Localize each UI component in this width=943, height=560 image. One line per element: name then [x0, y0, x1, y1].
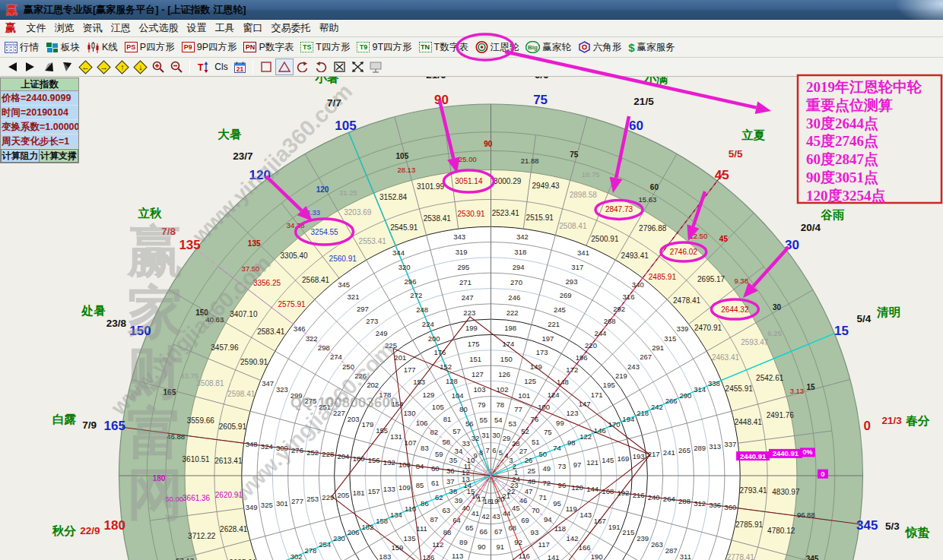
- svg-text:34: 34: [455, 447, 463, 455]
- menu-item-2[interactable]: 资讯: [78, 20, 106, 36]
- svg-text:120: 120: [571, 483, 583, 492]
- drawing-toolbar: ←→↑↓TCls21: [0, 58, 943, 77]
- svg-text:223: 223: [463, 308, 475, 317]
- svg-text:292: 292: [613, 305, 625, 313]
- toolbar-button-service[interactable]: $赢家服务: [628, 41, 675, 54]
- nav-next-button[interactable]: [21, 59, 40, 75]
- triangle-tool-button[interactable]: [275, 59, 294, 75]
- svg-text:200: 200: [428, 334, 440, 343]
- toolbar-button-hexagon[interactable]: 六角形: [578, 41, 622, 54]
- menu-item-4[interactable]: 公式选股: [135, 20, 183, 36]
- instrument-info-panel: 上证指数 价格=2440.9099 时间=20190104 变换系数=1.000…: [0, 78, 79, 163]
- svg-text:274: 274: [330, 353, 342, 361]
- calc-support-button[interactable]: 计算支撑: [40, 149, 78, 163]
- shift-left-button[interactable]: ←: [76, 59, 94, 75]
- svg-text:120: 120: [316, 185, 329, 194]
- cls-button-button[interactable]: Cls: [212, 59, 230, 75]
- svg-text:79: 79: [478, 400, 486, 409]
- svg-text:2440.91: 2440.91: [740, 452, 767, 460]
- svg-text:287: 287: [665, 546, 678, 555]
- svg-text:172: 172: [566, 365, 578, 374]
- rotate-left-tri-button[interactable]: [40, 59, 58, 75]
- nav-prev-button[interactable]: [3, 59, 21, 75]
- svg-text:119: 119: [566, 505, 577, 513]
- svg-text:146: 146: [594, 426, 606, 435]
- menu-item-6[interactable]: 工具: [211, 20, 239, 36]
- zoom-out-button[interactable]: [167, 59, 186, 75]
- menu-item-1[interactable]: 浏览: [50, 20, 78, 36]
- svg-text:29: 29: [503, 434, 511, 442]
- toolbar-button-p-table[interactable]: PNP数字表: [243, 41, 294, 54]
- toolbar-button-t-square[interactable]: TST四方形: [300, 41, 350, 54]
- menu-bar: 赢 文件浏览资讯江恩公式选股设置工具窗口交易委托帮助: [0, 20, 943, 37]
- toolbar-button-p-square[interactable]: PSP四方形: [125, 41, 175, 54]
- svg-text:3508.81: 3508.81: [196, 379, 224, 388]
- svg-text:130: 130: [404, 409, 416, 417]
- toolbar-button-gann-wheel[interactable]: 江恩轮: [475, 41, 519, 54]
- svg-text:80: 80: [459, 405, 468, 413]
- svg-text:35: 35: [449, 456, 458, 464]
- pn-badge-icon: PN: [243, 42, 256, 52]
- svg-text:106: 106: [416, 419, 428, 427]
- svg-text:337: 337: [724, 440, 736, 448]
- svg-text:167: 167: [594, 517, 606, 525]
- rotate-right-tri-button[interactable]: [58, 59, 76, 75]
- svg-text:2793.41: 2793.41: [740, 486, 768, 495]
- toolbar-button-t-table[interactable]: TNT数字表: [419, 41, 468, 54]
- box-x-button[interactable]: [330, 59, 348, 75]
- svg-text:86: 86: [421, 499, 429, 508]
- svg-text:165: 165: [104, 419, 125, 433]
- svg-text:2478.41: 2478.41: [673, 296, 701, 305]
- shift-down-button[interactable]: ↓: [131, 59, 149, 75]
- triangle-tool-icon: [278, 62, 291, 72]
- svg-text:小满: 小满: [644, 77, 669, 85]
- svg-text:44: 44: [503, 509, 511, 517]
- arc-ccw-button[interactable]: [294, 59, 312, 75]
- svg-text:6.25: 6.25: [767, 329, 782, 337]
- svg-text:109: 109: [398, 483, 411, 492]
- zoom-in-button[interactable]: [149, 59, 167, 75]
- svg-text:2949.43: 2949.43: [532, 182, 560, 190]
- toolbar-button-9p-square[interactable]: P99P四方形: [182, 41, 237, 54]
- toolbar-separator: [189, 60, 190, 74]
- menu-item-9[interactable]: 帮助: [315, 20, 343, 36]
- projector-button[interactable]: [367, 59, 385, 75]
- svg-text:148: 148: [557, 378, 569, 386]
- menu-item-3[interactable]: 江恩: [106, 20, 135, 36]
- arc-cw-button[interactable]: [312, 59, 330, 75]
- svg-text:立秋: 立秋: [138, 207, 163, 220]
- shift-right-button[interactable]: →: [94, 59, 113, 75]
- time-shift-button[interactable]: T: [194, 59, 212, 75]
- menu-item-5[interactable]: 设置: [183, 20, 211, 36]
- svg-text:23/8: 23/8: [106, 318, 127, 329]
- toolbar-button-quote[interactable]: 行情: [5, 41, 39, 54]
- svg-text:265: 265: [678, 446, 691, 454]
- menu-item-8[interactable]: 交易委托: [267, 20, 315, 36]
- menu-item-7[interactable]: 窗口: [239, 20, 267, 36]
- svg-text:93: 93: [531, 528, 539, 536]
- calendar-button[interactable]: 21: [230, 59, 249, 75]
- svg-text:QQ:1008003600: QQ:1008003600: [291, 394, 398, 410]
- svg-text:26: 26: [525, 456, 533, 464]
- toolbar-button-winner-wheel[interactable]: Big赢家轮: [525, 41, 571, 54]
- svg-text:21/5: 21/5: [633, 96, 654, 107]
- shift-up-button[interactable]: ↑: [113, 59, 131, 75]
- svg-text:6/6: 6/6: [535, 77, 549, 81]
- toolbar-button-sector[interactable]: 板块: [46, 41, 80, 54]
- svg-text:32: 32: [472, 434, 480, 442]
- scale-cross-button[interactable]: [348, 59, 367, 75]
- hexagon-icon: [578, 41, 591, 53]
- toolbar-button-9t-square[interactable]: T99T四方形: [357, 41, 411, 54]
- svg-text:123: 123: [567, 409, 579, 417]
- svg-text:3203.69: 3203.69: [344, 208, 372, 217]
- svg-text:84: 84: [416, 462, 424, 470]
- square-tool-button[interactable]: [257, 59, 275, 75]
- toolbar-button-kline[interactable]: K线: [87, 41, 118, 54]
- svg-text:229: 229: [322, 493, 334, 501]
- svg-text:2542.61: 2542.61: [756, 374, 784, 382]
- svg-text:2448.41: 2448.41: [735, 418, 763, 426]
- menu-item-0[interactable]: 文件: [22, 20, 50, 36]
- svg-text:199: 199: [465, 324, 478, 332]
- svg-text:62: 62: [435, 493, 443, 501]
- calc-resistance-button[interactable]: 计算阻力: [1, 149, 40, 163]
